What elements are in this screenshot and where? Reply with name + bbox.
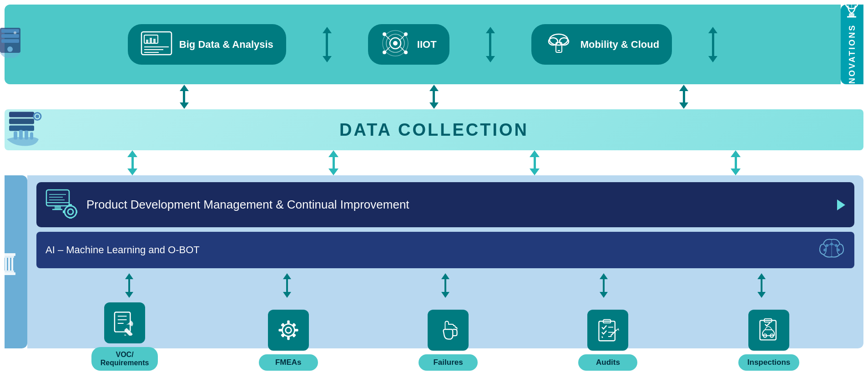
svg-rect-49 xyxy=(5,258,7,271)
voc-icon-box xyxy=(104,302,145,343)
arrows-row-1 xyxy=(5,84,863,109)
svg-point-4 xyxy=(7,46,13,52)
svg-rect-63 xyxy=(63,210,65,213)
iiot-label: IIOT xyxy=(417,39,437,51)
big-data-card: Big Data & Analysis xyxy=(128,24,286,65)
voc-label: VOC/ Requirements xyxy=(91,347,158,371)
iiot-icon xyxy=(381,30,410,59)
svg-rect-42 xyxy=(19,130,23,140)
tool-failures: Failures xyxy=(419,310,478,371)
data-collection-row: DATA COLLECTION xyxy=(5,109,863,150)
innovations-icon xyxy=(842,0,863,19)
inspections-label: Inspections xyxy=(738,354,799,371)
big-data-label: Big Data & Analysis xyxy=(179,39,273,51)
svg-rect-12 xyxy=(150,38,152,43)
tool-arrows-row xyxy=(36,273,854,298)
arrow-dc-2 xyxy=(429,85,439,109)
svg-rect-36 xyxy=(9,112,34,117)
tool-arrow-voc xyxy=(125,273,133,298)
server-icon xyxy=(0,26,23,62)
tools-row: VOC/ Requirements xyxy=(36,298,854,371)
foundation-row: FOUNDATION xyxy=(5,175,863,348)
mobility-cloud-card: Mobility & Cloud xyxy=(531,24,672,65)
tool-inspections: Inspections xyxy=(738,310,799,371)
svg-point-40 xyxy=(35,115,39,118)
svg-rect-51 xyxy=(2,254,16,256)
svg-point-81 xyxy=(282,324,294,337)
iiot-card: IIOT xyxy=(368,24,449,65)
big-data-icon xyxy=(141,30,172,59)
svg-rect-50 xyxy=(4,256,15,258)
svg-rect-13 xyxy=(153,39,156,43)
arrow-dc-3 xyxy=(679,85,688,109)
svg-point-82 xyxy=(285,327,291,333)
innovations-cards: Big Data & Analysis xyxy=(18,24,827,65)
tool-arrow-failures xyxy=(441,273,449,298)
arrow-f-3 xyxy=(530,150,540,175)
svg-rect-11 xyxy=(146,40,148,43)
product-dev-title: Product Development Management & Continu… xyxy=(86,198,409,212)
innovations-sidebar: INNOVATIONS xyxy=(841,5,863,84)
data-collection-title: DATA COLLECTION xyxy=(339,120,529,140)
audits-icon-box xyxy=(587,310,628,351)
tool-fmeas: FMEAs xyxy=(259,310,318,371)
arrow-innovations-1 xyxy=(323,26,332,63)
svg-rect-91 xyxy=(599,321,615,341)
arrow-dc-1 xyxy=(180,85,189,109)
ai-bar: AI – Machine Learning and O-BOT xyxy=(36,232,854,268)
svg-point-15 xyxy=(393,41,398,46)
svg-marker-80 xyxy=(124,334,127,335)
svg-point-59 xyxy=(65,206,76,218)
svg-rect-84 xyxy=(287,337,289,340)
svg-rect-44 xyxy=(30,133,33,140)
product-dev-bar: Product Development Management & Continu… xyxy=(36,182,854,227)
arrow-f-2 xyxy=(328,150,338,175)
svg-rect-46 xyxy=(4,271,15,273)
svg-point-60 xyxy=(68,209,73,214)
svg-point-26 xyxy=(550,34,568,45)
svg-rect-86 xyxy=(294,329,298,331)
tool-arrow-audits xyxy=(600,273,608,298)
tool-voc: VOC/ Requirements xyxy=(91,302,158,371)
svg-point-5 xyxy=(14,31,16,34)
audits-label: Audits xyxy=(578,354,637,371)
arrow-innovations-3 xyxy=(708,26,717,63)
tool-arrow-inspections xyxy=(757,273,766,298)
foundation-column-icon xyxy=(0,251,22,276)
svg-rect-61 xyxy=(69,204,72,206)
tools-section: VOC/ Requirements xyxy=(36,273,854,371)
mobility-cloud-label: Mobility & Cloud xyxy=(580,39,660,51)
failures-label: Failures xyxy=(419,354,478,371)
data-collection-server-icon xyxy=(5,110,45,150)
svg-rect-45 xyxy=(2,273,16,276)
tool-audits: Audits xyxy=(578,310,637,371)
svg-rect-83 xyxy=(287,320,289,324)
svg-rect-47 xyxy=(12,258,14,271)
svg-rect-62 xyxy=(69,217,72,219)
ai-title: AI – Machine Learning and O-BOT xyxy=(45,244,200,256)
innovations-row: Big Data & Analysis xyxy=(5,5,863,84)
tool-arrow-fmeas xyxy=(283,273,291,298)
arrow-innovations-2 xyxy=(486,26,495,63)
fmeas-label: FMEAs xyxy=(259,354,318,371)
inspections-icon-box xyxy=(748,310,789,351)
arrows-row-2 xyxy=(5,150,863,175)
svg-rect-41 xyxy=(14,132,17,140)
svg-rect-3 xyxy=(1,39,19,43)
svg-rect-64 xyxy=(76,210,77,213)
diagram-container: Big Data & Analysis xyxy=(0,0,868,383)
product-dev-right-arrow xyxy=(837,199,845,210)
svg-rect-75 xyxy=(115,312,130,332)
svg-rect-43 xyxy=(25,131,28,140)
ai-brain-icon xyxy=(818,237,845,263)
failures-icon-box xyxy=(428,310,469,351)
foundation-main: Product Development Management & Continu… xyxy=(27,175,863,348)
svg-rect-85 xyxy=(278,329,282,331)
innovations-main: Big Data & Analysis xyxy=(5,5,841,84)
arrow-f-4 xyxy=(731,150,741,175)
svg-rect-52 xyxy=(46,190,69,206)
innovations-label: INNOVATIONS xyxy=(848,24,857,94)
svg-marker-97 xyxy=(617,328,620,331)
svg-rect-1 xyxy=(1,29,19,33)
product-dev-icon xyxy=(45,189,77,220)
